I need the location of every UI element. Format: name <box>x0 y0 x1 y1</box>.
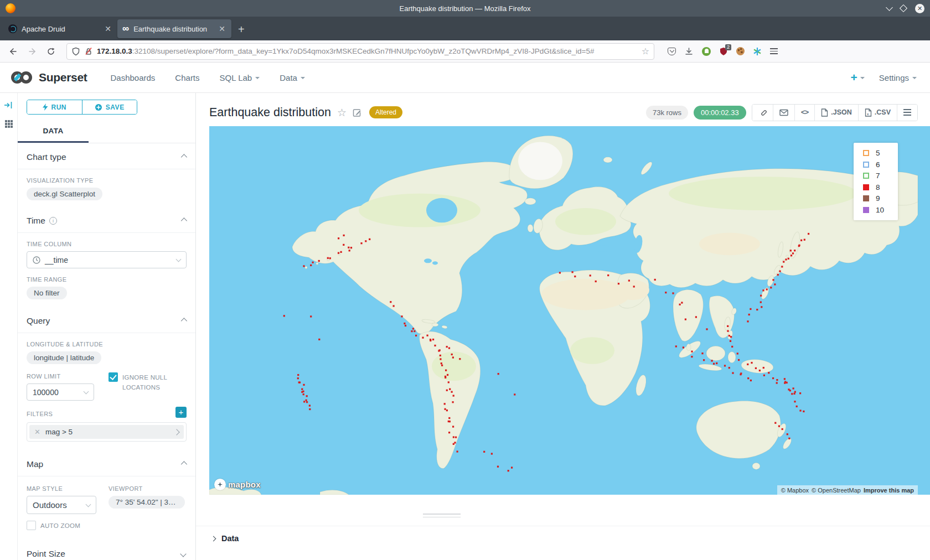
json-label: .JSON <box>831 108 852 116</box>
remove-filter-icon[interactable]: ✕ <box>34 428 40 436</box>
auto-zoom-checkbox-row[interactable]: AUTO ZOOM <box>27 521 187 530</box>
data-panel-toggle[interactable]: Data <box>196 526 930 543</box>
back-button[interactable] <box>6 44 21 59</box>
section-time[interactable]: Timei <box>18 207 195 233</box>
insecure-lock-icon[interactable] <box>84 47 93 56</box>
nav-item-data[interactable]: Data <box>272 68 313 88</box>
multiaccount-extension-icon[interactable] <box>753 47 762 56</box>
window-minimize-icon[interactable] <box>886 4 893 11</box>
save-label: SAVE <box>106 103 125 111</box>
add-new-button[interactable]: + <box>851 71 865 84</box>
row-count-badge: 73k rows <box>646 106 688 120</box>
tab-close-icon[interactable]: ✕ <box>104 24 112 33</box>
superset-infinity-icon <box>9 69 34 86</box>
chevron-right-icon <box>211 536 216 541</box>
url-host: 172.18.0.3 <box>97 47 132 55</box>
mapbox-logo[interactable]: mapbox <box>214 479 261 490</box>
adblock-shield-icon[interactable]: 2 <box>719 47 728 56</box>
legend-item[interactable]: 7 <box>863 172 898 180</box>
section-map[interactable]: Map <box>18 450 195 476</box>
tab-label: Earthquake distribution <box>133 25 213 33</box>
legend-label: 8 <box>876 183 880 191</box>
query-timer-badge: 00:00:02.33 <box>694 106 746 120</box>
export-json-button[interactable]: .JSON <box>815 105 859 121</box>
run-button[interactable]: RUN <box>27 100 82 114</box>
nav-item-dashboards[interactable]: Dashboards <box>102 68 163 88</box>
ignore-null-checkbox-row[interactable]: IGNORE NULL LOCATIONS <box>108 372 187 393</box>
lonlat-value[interactable]: longitude | latitude <box>27 351 101 364</box>
ignore-null-checkbox[interactable] <box>108 372 118 382</box>
bookmark-star-icon[interactable]: ☆ <box>642 46 649 56</box>
left-icon-rail <box>0 93 18 560</box>
chevron-right-icon[interactable] <box>173 429 179 435</box>
attribution-mapbox-link[interactable]: © Mapbox <box>781 487 809 494</box>
pocket-icon[interactable] <box>668 48 676 55</box>
window-maximize-icon[interactable] <box>900 4 907 12</box>
auto-zoom-label: AUTO ZOOM <box>40 522 80 529</box>
dataset-grid-icon[interactable] <box>4 120 13 128</box>
legend-item[interactable]: 6 <box>863 160 898 169</box>
filter-value: mag > 5 <box>45 428 73 436</box>
legend-item[interactable]: 10 <box>863 206 898 214</box>
altered-badge[interactable]: Altered <box>369 106 402 118</box>
share-link-button[interactable] <box>752 105 773 121</box>
nav-item-sql-lab[interactable]: SQL Lab <box>212 68 268 88</box>
email-button[interactable] <box>773 105 795 121</box>
add-filter-button[interactable]: + <box>175 407 187 418</box>
settings-menu[interactable]: Settings <box>879 73 917 82</box>
bolt-icon <box>43 103 48 111</box>
favorite-star-icon[interactable]: ☆ <box>337 106 347 119</box>
section-point-size[interactable]: Point Size <box>18 540 195 560</box>
viewport-value[interactable]: 7° 35' 54.02" | 31... <box>108 496 185 509</box>
legend-item[interactable]: 5 <box>863 149 898 157</box>
url-text[interactable]: 172.18.0.3:32108/superset/explore/?form_… <box>97 47 638 55</box>
legend-item[interactable]: 8 <box>863 183 898 191</box>
time-column-select[interactable]: __time <box>27 251 187 268</box>
ghostery-icon[interactable] <box>702 47 711 56</box>
chart-menu-button[interactable] <box>897 105 917 121</box>
legend-item[interactable]: 9 <box>863 194 898 203</box>
browser-tabstrip: Apache Druid ✕ ∞ Earthquake distribution… <box>0 17 930 40</box>
panel-resize-handle[interactable] <box>423 514 461 520</box>
save-button[interactable]: SAVE <box>82 100 137 114</box>
menu-icon[interactable] <box>770 48 778 54</box>
collapse-panel-icon[interactable] <box>4 101 13 110</box>
time-column-value: __time <box>45 256 68 265</box>
tab-data[interactable]: DATA <box>18 121 89 143</box>
legend-swatch <box>863 195 869 201</box>
window-close-icon[interactable]: ✕ <box>915 4 924 13</box>
embed-code-button[interactable]: <> <box>795 105 815 121</box>
edit-properties-icon[interactable] <box>353 108 362 117</box>
filter-chip[interactable]: ✕ mag > 5 <box>29 425 184 439</box>
viz-type-label: VISUALIZATION TYPE <box>27 177 187 184</box>
forward-button[interactable] <box>24 44 40 59</box>
row-limit-select[interactable]: 100000 <box>27 383 94 401</box>
browser-tab-apache-druid[interactable]: Apache Druid ✕ <box>3 19 117 38</box>
section-query[interactable]: Query <box>18 307 195 333</box>
viz-type-value[interactable]: deck.gl Scatterplot <box>27 188 102 200</box>
menu-icon <box>903 109 911 115</box>
url-bar[interactable]: 172.18.0.3:32108/superset/explore/?form_… <box>66 43 654 60</box>
legend-label: 5 <box>876 149 880 157</box>
druid-favicon-icon <box>8 24 17 33</box>
time-range-value[interactable]: No filter <box>27 287 67 299</box>
map-style-select[interactable]: Outdoors <box>27 496 96 514</box>
auto-zoom-checkbox[interactable] <box>27 521 36 530</box>
download-icon[interactable] <box>684 47 694 56</box>
attribution-improve-link[interactable]: Improve this map <box>864 487 914 494</box>
deckgl-scatter-map[interactable]: 5678910 mapbox © Mapbox © OpenStreetMap … <box>209 126 930 495</box>
tracking-shield-icon[interactable] <box>71 47 80 56</box>
browser-toolbar: 172.18.0.3:32108/superset/explore/?form_… <box>0 40 930 63</box>
attribution-osm-link[interactable]: © OpenStreetMap <box>812 487 861 494</box>
export-csv-button[interactable]: x .CSV <box>859 105 897 121</box>
legend-label: 7 <box>876 172 880 180</box>
reload-button[interactable] <box>43 44 59 59</box>
nav-item-charts[interactable]: Charts <box>167 68 207 88</box>
url-path: :32108/superset/explore/?form_data_key=1… <box>132 47 595 55</box>
superset-logo[interactable]: Superset <box>9 69 87 86</box>
new-tab-button[interactable]: + <box>238 23 245 36</box>
tab-close-icon[interactable]: ✕ <box>218 24 226 33</box>
browser-tab-earthquake-distribution[interactable]: ∞ Earthquake distribution ✕ <box>117 19 231 38</box>
section-chart-type[interactable]: Chart type <box>18 143 195 169</box>
cookie-extension-icon[interactable] <box>736 47 745 55</box>
